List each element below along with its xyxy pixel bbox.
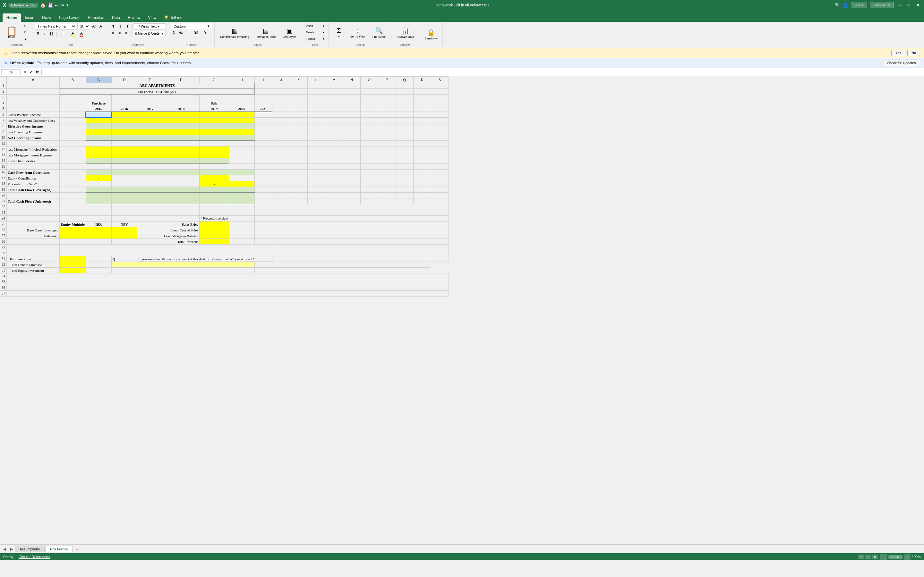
r21-j[interactable] bbox=[272, 198, 290, 204]
r15-e[interactable] bbox=[137, 164, 163, 169]
align-middle-button[interactable]: ↕ bbox=[118, 23, 123, 29]
r27-e[interactable] bbox=[137, 233, 163, 239]
r8-r[interactable] bbox=[413, 123, 431, 129]
r18-i[interactable] bbox=[254, 181, 272, 187]
r26-i[interactable] bbox=[254, 227, 272, 233]
r11-h[interactable] bbox=[229, 141, 254, 147]
r1-k[interactable] bbox=[290, 83, 307, 89]
r15-d[interactable] bbox=[111, 164, 137, 169]
r8-b[interactable] bbox=[60, 123, 86, 129]
r24-rest[interactable] bbox=[272, 216, 449, 221]
r2-o[interactable] bbox=[360, 89, 378, 95]
r12-q[interactable] bbox=[396, 147, 413, 152]
r12-m[interactable] bbox=[325, 147, 342, 152]
r17-k[interactable] bbox=[290, 175, 307, 181]
r34-rest[interactable] bbox=[7, 274, 449, 279]
r16-h[interactable] bbox=[229, 169, 254, 175]
r20-b[interactable] bbox=[60, 193, 86, 198]
increase-font-button[interactable]: A↑ bbox=[91, 23, 97, 29]
r24-h[interactable] bbox=[229, 216, 254, 221]
r27-c[interactable] bbox=[86, 233, 111, 239]
align-right-button[interactable]: ≡ bbox=[123, 30, 129, 37]
r22-d[interactable] bbox=[111, 204, 137, 210]
r18-a[interactable]: Proceeds from Sale* bbox=[7, 181, 60, 187]
underline-button[interactable]: U bbox=[48, 31, 55, 37]
r17-a[interactable]: Equity Contribution bbox=[7, 175, 60, 181]
r7-i[interactable] bbox=[254, 118, 272, 123]
r8-s[interactable] bbox=[431, 123, 449, 129]
r18-h[interactable] bbox=[229, 181, 254, 187]
r3-l[interactable] bbox=[307, 95, 325, 100]
col-header-c[interactable]: C bbox=[86, 77, 111, 83]
r19-p[interactable] bbox=[378, 187, 396, 193]
r20-i[interactable] bbox=[254, 193, 272, 198]
r25-rest[interactable] bbox=[272, 221, 449, 227]
recovery-no-button[interactable]: No bbox=[907, 50, 920, 56]
r11-p[interactable] bbox=[378, 141, 396, 147]
r24-f[interactable] bbox=[163, 216, 199, 221]
r27-d[interactable] bbox=[111, 233, 137, 239]
r19-q[interactable] bbox=[396, 187, 413, 193]
r19-h[interactable] bbox=[229, 187, 254, 193]
r1-o[interactable] bbox=[360, 83, 378, 89]
r15-h[interactable] bbox=[229, 164, 254, 169]
r6-i[interactable] bbox=[254, 112, 272, 118]
r9-g[interactable] bbox=[199, 129, 229, 135]
r33-d[interactable] bbox=[111, 268, 254, 274]
r21-p[interactable] bbox=[378, 198, 396, 204]
r21-e[interactable] bbox=[137, 198, 163, 204]
r20-e[interactable] bbox=[137, 193, 163, 198]
tab-next-button[interactable]: ▶ bbox=[8, 546, 15, 553]
r19-i[interactable] bbox=[254, 187, 272, 193]
r27-g[interactable] bbox=[199, 233, 229, 239]
r7-g[interactable] bbox=[199, 118, 229, 123]
r23-c[interactable] bbox=[86, 210, 111, 216]
r11-l[interactable] bbox=[307, 141, 325, 147]
r28-c[interactable] bbox=[86, 239, 111, 245]
r33-b[interactable] bbox=[60, 268, 86, 274]
r9-i[interactable] bbox=[254, 129, 272, 135]
autosave-toggle[interactable]: AutoSave ● OFF bbox=[8, 3, 38, 8]
wrap-text-button[interactable]: ⏎ Wrap Text ▾ bbox=[134, 23, 166, 29]
r28-e[interactable] bbox=[137, 239, 163, 245]
r8-i[interactable] bbox=[254, 123, 272, 129]
r23-g[interactable] bbox=[199, 210, 229, 216]
normal-view-button[interactable]: ⊞ bbox=[858, 554, 864, 559]
sum-button[interactable]: Σ ▾ bbox=[331, 25, 347, 40]
r9-r[interactable] bbox=[413, 129, 431, 135]
r9-j[interactable] bbox=[272, 129, 290, 135]
r32-rest[interactable] bbox=[254, 262, 431, 268]
r16-e[interactable] bbox=[137, 169, 163, 175]
r8-m[interactable] bbox=[325, 123, 342, 129]
col-header-q[interactable]: Q bbox=[396, 77, 413, 83]
r4-i[interactable] bbox=[254, 100, 272, 106]
r5-k[interactable] bbox=[290, 106, 307, 112]
r17-g[interactable] bbox=[199, 175, 229, 181]
r15-q[interactable] bbox=[396, 164, 413, 169]
analyze-data-button[interactable]: 📊 Analyze Data bbox=[394, 25, 417, 40]
r10-p[interactable] bbox=[378, 135, 396, 141]
r28-f[interactable]: Total Proceeds bbox=[163, 239, 199, 245]
r3-e[interactable] bbox=[137, 95, 163, 100]
r3-k[interactable] bbox=[290, 95, 307, 100]
r26-f[interactable]: Less: Cost of Sales bbox=[163, 227, 199, 233]
r33-c[interactable] bbox=[86, 268, 111, 274]
r17-s[interactable] bbox=[431, 175, 449, 181]
r19-l[interactable] bbox=[307, 187, 325, 193]
r1-r[interactable] bbox=[413, 83, 431, 89]
r9-f[interactable] bbox=[163, 129, 199, 135]
r28-d[interactable] bbox=[111, 239, 137, 245]
comments-button[interactable]: Comments bbox=[870, 2, 894, 8]
formula-input[interactable] bbox=[43, 69, 923, 75]
r21-s[interactable] bbox=[431, 198, 449, 204]
r15-c[interactable] bbox=[86, 164, 111, 169]
r23-f[interactable] bbox=[163, 210, 199, 216]
r3-b[interactable] bbox=[60, 95, 86, 100]
r12-l[interactable] bbox=[307, 147, 325, 152]
r25-f[interactable]: Sales Price bbox=[163, 221, 199, 227]
r8-f[interactable] bbox=[163, 123, 199, 129]
r18-c[interactable] bbox=[86, 181, 111, 187]
r6-k[interactable] bbox=[290, 112, 307, 118]
r8-q[interactable] bbox=[396, 123, 413, 129]
r5-f[interactable]: 2018 bbox=[163, 106, 199, 112]
